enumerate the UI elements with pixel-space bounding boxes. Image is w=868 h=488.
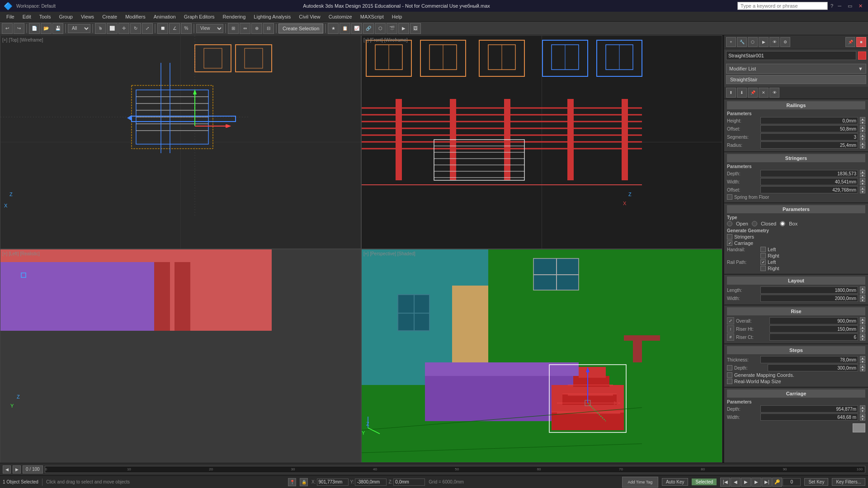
stringers-offset-up[interactable]: ▲ (860, 186, 865, 190)
stringers-width-down[interactable]: ▼ (860, 182, 865, 185)
railings-radius-input[interactable] (760, 141, 858, 149)
stringers-width-input[interactable] (760, 178, 858, 185)
config-btn[interactable]: ■ (856, 37, 866, 47)
viewport-front[interactable]: [+] [Front] [Wireframe] (361, 35, 722, 249)
stringers-depth-up[interactable]: ▲ (860, 170, 865, 174)
railings-offset-up[interactable]: ▲ (860, 125, 865, 129)
timeline-track[interactable]: 0 10 20 30 40 50 60 70 80 90 100 (45, 466, 865, 473)
delete-mod-btn[interactable]: ✕ (759, 88, 769, 98)
save-button[interactable]: 💾 (52, 23, 63, 34)
carriage-width-up[interactable]: ▲ (860, 413, 865, 417)
material-editor-button[interactable]: ⬡ (375, 23, 386, 34)
minimize-button[interactable]: ─ (836, 3, 843, 9)
railings-segments-down[interactable]: ▼ (860, 137, 865, 141)
menu-tools[interactable]: Tools (36, 13, 55, 20)
railings-radius-down[interactable]: ▼ (860, 145, 865, 149)
view-select[interactable]: View (196, 24, 223, 33)
render-button[interactable]: ▶ (398, 23, 409, 34)
stringers-depth-input[interactable] (760, 170, 858, 177)
timeline-prev-btn[interactable]: ◀ (3, 465, 11, 474)
carriage-width-down[interactable]: ▼ (860, 417, 865, 421)
named-sel-button[interactable]: ★ (328, 23, 339, 34)
stringers-depth-down[interactable]: ▼ (860, 174, 865, 177)
viewport-top[interactable]: [+] [Top] [Wireframe] (0, 35, 361, 249)
scale-button[interactable]: ⤢ (142, 23, 153, 34)
menu-edit[interactable]: Edit (19, 13, 35, 20)
type-box-radio[interactable] (780, 221, 785, 226)
lock-icon[interactable]: 🔒 (300, 478, 308, 486)
help-icon[interactable]: ? (830, 3, 833, 9)
move-mod-up-btn[interactable]: ⬆ (726, 88, 736, 98)
anim-go-end[interactable]: ▶| (762, 478, 772, 487)
move-mod-down-btn[interactable]: ⬇ (737, 88, 747, 98)
search-box[interactable] (737, 2, 828, 10)
select-region-button[interactable]: ⬜ (107, 23, 118, 34)
key-filters-button[interactable]: Key Filters... (832, 478, 865, 486)
search-input[interactable] (741, 3, 813, 9)
anim-next-frame[interactable]: ▶ (751, 478, 761, 487)
viewport-perspective[interactable]: [+] [Perspective] [Shaded] (361, 249, 722, 463)
rise-riserht-icon[interactable]: ↕ (727, 325, 734, 333)
railings-offset-down[interactable]: ▼ (860, 129, 865, 132)
handrail-right-checkbox[interactable] (760, 253, 766, 258)
rise-overall-down[interactable]: ▼ (860, 321, 865, 324)
stringers-offset-input[interactable] (760, 186, 858, 193)
menu-lighting-analysis[interactable]: Lighting Analysis (250, 13, 294, 20)
rise-riserct-icon[interactable]: # (727, 333, 734, 341)
pin-mod-btn[interactable]: 📌 (748, 88, 758, 98)
x-coord-input[interactable] (317, 479, 349, 486)
percent-snap-button[interactable]: % (181, 23, 192, 34)
create-selection-button[interactable]: Create Selection (278, 23, 323, 33)
layout-length-up[interactable]: ▲ (860, 286, 865, 290)
motion-panel-btn[interactable]: ▶ (759, 37, 769, 47)
railings-height-input[interactable] (760, 117, 858, 124)
redo-button[interactable]: ↪ (14, 23, 24, 34)
rise-riserht-input[interactable] (769, 325, 858, 333)
steps-depth-up[interactable]: ▲ (860, 364, 865, 368)
anim-key-mode[interactable]: 🔑 (772, 478, 782, 487)
steps-thickness-down[interactable]: ▼ (860, 360, 865, 363)
rail-path-left-checkbox[interactable]: ✓ (760, 259, 766, 265)
menu-modifiers[interactable]: Modifiers (122, 13, 149, 20)
menu-create[interactable]: Create (99, 13, 121, 20)
menu-rendering[interactable]: Rendering (219, 13, 250, 20)
add-time-tag-btn[interactable]: Add Time Tag (622, 477, 658, 488)
rotate-button[interactable]: ↻ (130, 23, 141, 34)
rise-riserht-up[interactable]: ▲ (860, 325, 865, 329)
select-object-button[interactable]: 🖱 (95, 23, 106, 34)
z-coord-input[interactable] (393, 479, 425, 486)
setkey-button[interactable]: Set Key (804, 478, 828, 486)
timeline-next-btn[interactable]: ▶ (13, 465, 21, 474)
type-closed-radio[interactable] (752, 221, 757, 226)
rise-overall-icon[interactable]: ⤢ (727, 317, 734, 324)
railings-offset-input[interactable] (760, 125, 858, 132)
current-frame-input[interactable] (783, 478, 801, 486)
type-open-radio[interactable] (727, 221, 732, 226)
menu-animation[interactable]: Animation (150, 13, 179, 20)
create-panel-btn[interactable]: + (726, 37, 736, 47)
layout-length-input[interactable] (760, 286, 858, 294)
location-icon[interactable]: 📍 (288, 478, 296, 486)
steps-depth-input[interactable] (768, 364, 858, 371)
menu-graph-editors[interactable]: Graph Editors (180, 13, 218, 20)
railings-segments-input[interactable] (760, 133, 858, 141)
rise-overall-input[interactable] (769, 317, 858, 324)
show-result-btn[interactable]: 👁 (769, 88, 779, 98)
anim-play[interactable]: ▶ (741, 478, 751, 487)
stringers-spring-checkbox[interactable] (727, 194, 732, 200)
carriage-depth-down[interactable]: ▼ (860, 409, 865, 413)
curve-editor-button[interactable]: 📈 (351, 23, 362, 34)
carriage-swatch[interactable] (853, 423, 865, 432)
modifier-straightstar-item[interactable]: StraightStair (726, 75, 866, 84)
rail-path-right-checkbox[interactable] (760, 266, 766, 271)
rise-overall-up[interactable]: ▲ (860, 317, 865, 321)
steps-realworld-checkbox[interactable] (727, 379, 732, 384)
steps-depth-checkbox[interactable] (727, 365, 732, 371)
display-panel-btn[interactable]: 👁 (769, 37, 779, 47)
active-viewport-button[interactable]: 🖼 (410, 23, 421, 34)
menu-customize[interactable]: Customize (325, 13, 356, 20)
steps-thickness-up[interactable]: ▲ (860, 356, 865, 360)
rise-riserct-down[interactable]: ▼ (860, 337, 865, 341)
modifier-list-dropdown[interactable]: Modifier List ▼ (726, 64, 866, 74)
y-coord-input[interactable] (355, 479, 387, 486)
